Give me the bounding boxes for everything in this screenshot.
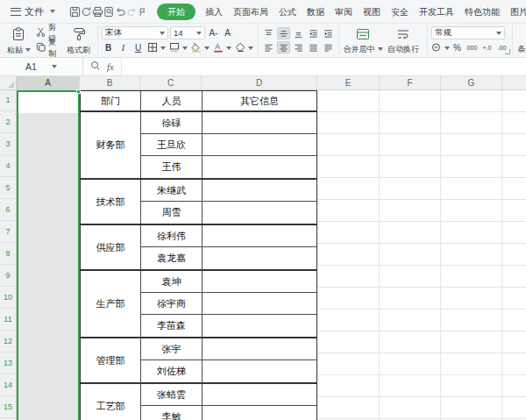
tab-view[interactable]: 视图 (358, 0, 386, 24)
info-cell[interactable] (203, 338, 316, 359)
person-cell[interactable]: 李苗森 (141, 315, 203, 337)
info-cell[interactable] (203, 271, 316, 292)
active-cell-A1[interactable] (18, 92, 78, 113)
merge-center-button[interactable]: 合并居中 (343, 25, 383, 55)
person-cell[interactable]: 王伟 (141, 156, 203, 178)
tab-special-features[interactable]: 特色功能 (459, 0, 505, 24)
info-cell[interactable] (203, 315, 316, 337)
clear-format-button[interactable] (234, 41, 254, 54)
column-header-A[interactable]: A (17, 76, 80, 89)
info-cell[interactable] (203, 225, 316, 246)
person-cell[interactable]: 张宇 (141, 338, 203, 359)
dept-cell[interactable]: 技术部 (81, 180, 141, 224)
copy-button[interactable]: 复制 (34, 42, 63, 54)
print-preview-button[interactable] (103, 4, 115, 20)
align-right-button[interactable] (292, 41, 305, 53)
dept-cell[interactable]: 生产部 (81, 271, 141, 337)
column-header-B[interactable]: B (80, 76, 140, 89)
customize-quickbar-button[interactable] (138, 4, 147, 20)
row-header-14[interactable]: 14 (0, 374, 16, 396)
person-cell[interactable]: 徐宇商 (141, 293, 203, 314)
export-button[interactable] (81, 4, 92, 20)
fill-handle[interactable] (76, 89, 81, 94)
align-middle-button[interactable] (277, 27, 290, 39)
thousands-separator-button[interactable]: 000 (466, 41, 479, 54)
person-cell[interactable]: 李敏 (141, 406, 203, 420)
print-button[interactable] (92, 4, 103, 20)
person-cell[interactable]: 朱继武 (141, 180, 203, 201)
tab-data[interactable]: 数据 (302, 0, 330, 24)
row-header-7[interactable]: 7 (0, 221, 16, 243)
row-header-2[interactable]: 2 (0, 111, 16, 133)
info-cell[interactable] (203, 293, 316, 314)
tab-security[interactable]: 安全 (386, 0, 414, 24)
decrease-decimal-button[interactable]: +.0 (480, 41, 494, 54)
search-icon[interactable] (90, 59, 101, 75)
font-color-button[interactable]: A (212, 41, 232, 54)
align-center-button[interactable] (277, 41, 290, 53)
format-painter-button[interactable]: 格式刷 (63, 25, 94, 55)
decrease-font-button[interactable]: A- (222, 26, 235, 39)
align-bottom-button[interactable] (292, 27, 305, 39)
person-cell[interactable]: 徐利伟 (141, 225, 203, 246)
align-top-button[interactable] (262, 27, 275, 39)
tab-review[interactable]: 审阅 (330, 0, 358, 24)
align-left-button[interactable] (262, 41, 275, 53)
file-menu[interactable]: 文件 (5, 5, 60, 18)
row-header-4[interactable]: 4 (0, 155, 16, 177)
save-button[interactable] (69, 4, 81, 20)
row-header-9[interactable]: 9 (0, 265, 16, 287)
column-header-C[interactable]: C (140, 76, 202, 89)
info-cell[interactable] (203, 112, 316, 133)
currency-button[interactable] (431, 41, 449, 54)
column-header-E[interactable]: E (317, 76, 380, 89)
formula-input[interactable] (122, 58, 526, 75)
dept-cell[interactable]: 供应部 (81, 225, 141, 269)
cell-C1[interactable]: 人员 (141, 91, 203, 110)
conditional-format-button[interactable]: 条件格式 (516, 25, 526, 55)
row-header-8[interactable]: 8 (0, 243, 16, 265)
fill-color-button[interactable] (190, 41, 210, 54)
column-header-D[interactable]: D (202, 76, 317, 89)
selected-cells-A2-A15[interactable] (18, 113, 78, 420)
select-all-corner[interactable] (0, 76, 17, 89)
info-cell[interactable] (203, 406, 316, 420)
person-cell[interactable]: 张蜻雲 (141, 384, 203, 405)
row-header-12[interactable]: 12 (0, 331, 16, 352)
tab-page-layout[interactable]: 页面布局 (228, 0, 274, 24)
increase-font-button[interactable]: A+ (207, 26, 220, 39)
person-cell[interactable]: 王旦欣 (141, 134, 203, 155)
dialog-launcher-icon[interactable] (505, 49, 510, 54)
person-cell[interactable]: 袁坤 (141, 271, 203, 292)
info-cell[interactable] (203, 180, 316, 201)
tab-developer[interactable]: 开发工具 (414, 0, 459, 24)
person-cell[interactable]: 周雪 (141, 202, 203, 224)
row-header-6[interactable]: 6 (0, 199, 16, 221)
undo-button[interactable] (115, 4, 126, 20)
dept-cell[interactable]: 财务部 (81, 112, 141, 178)
cells-area[interactable]: 部门 人员 其它信息 财务部 徐碌 王旦欣 王伟 技术部 朱继武 周雪 (0, 90, 526, 420)
justify-button[interactable] (307, 41, 320, 53)
underline-button[interactable]: U (132, 41, 145, 54)
selected-column-A[interactable] (17, 90, 80, 420)
shading-button[interactable] (168, 41, 188, 54)
wrap-text-button[interactable]: 自动换行 (383, 25, 423, 55)
name-box[interactable]: A1 (0, 58, 83, 75)
dept-cell[interactable]: 管理部 (81, 338, 141, 382)
tab-picture-tools[interactable]: 图片工具 (505, 0, 526, 24)
row-header-15[interactable]: 15 (0, 396, 16, 418)
bold-button[interactable]: B (102, 41, 115, 54)
redo-button[interactable] (126, 4, 138, 20)
font-family-select[interactable]: 宋体 (102, 26, 168, 39)
row-header-1[interactable]: 1 (0, 90, 16, 111)
column-header-G[interactable]: G (441, 76, 502, 89)
insert-function-button[interactable]: fx (107, 61, 114, 72)
cell-D1[interactable]: 其它信息 (203, 91, 316, 110)
column-header-F[interactable]: F (380, 76, 441, 89)
font-size-select[interactable]: 14 (170, 26, 205, 39)
row-header-13[interactable]: 13 (0, 352, 16, 374)
tab-formulas[interactable]: 公式 (274, 0, 302, 24)
column-header-partial[interactable] (502, 76, 526, 89)
borders-button[interactable] (146, 41, 167, 54)
dept-cell[interactable]: 工艺部 (81, 384, 141, 420)
